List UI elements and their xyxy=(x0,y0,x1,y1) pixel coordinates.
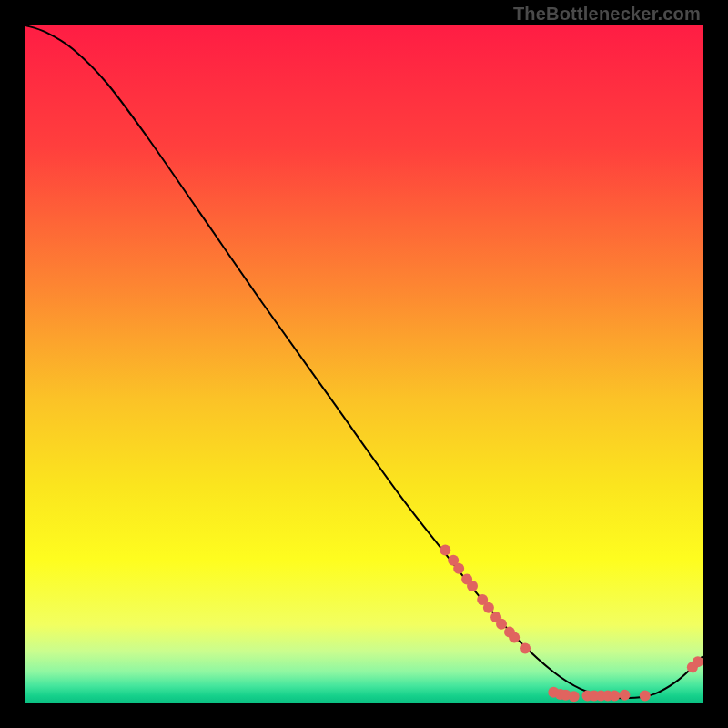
data-point xyxy=(640,691,651,702)
chart-overlay xyxy=(25,25,703,703)
data-point xyxy=(467,581,478,592)
data-point xyxy=(569,691,580,702)
plot-area xyxy=(25,25,703,703)
watermark-label: TheBottleneсker.com xyxy=(513,4,701,25)
data-point xyxy=(440,545,450,556)
data-point xyxy=(509,632,520,643)
chart-line xyxy=(25,25,703,698)
chart-points xyxy=(440,545,703,703)
data-point xyxy=(619,690,630,701)
data-point xyxy=(496,619,507,630)
data-point xyxy=(453,563,464,574)
data-point xyxy=(520,642,531,653)
data-point xyxy=(609,691,620,702)
chart-stage: TheBottleneсker.com xyxy=(0,0,728,728)
data-point xyxy=(483,602,494,613)
